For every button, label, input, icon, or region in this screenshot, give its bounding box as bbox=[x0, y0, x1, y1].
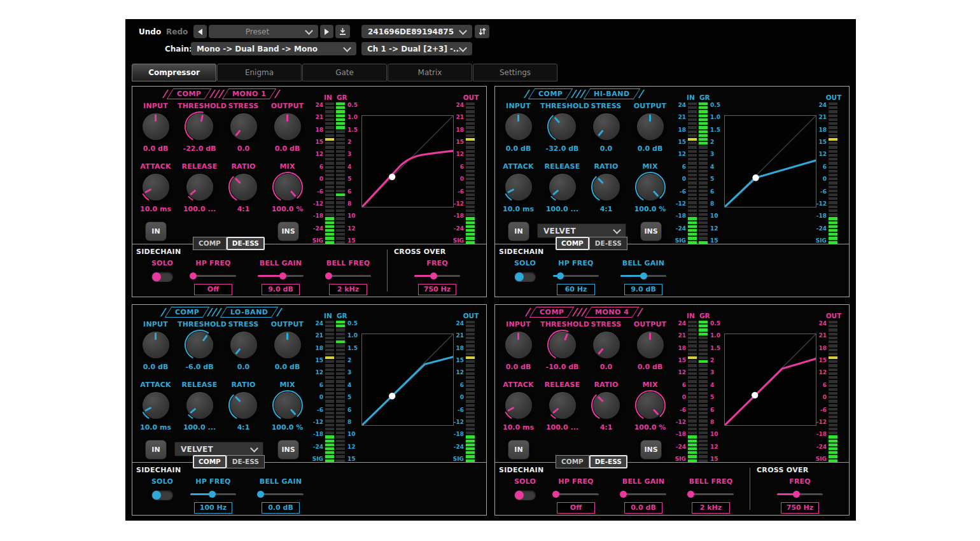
stress-knob[interactable] bbox=[592, 330, 621, 360]
ratio-knob[interactable] bbox=[229, 172, 258, 202]
preset-save-button[interactable] bbox=[335, 25, 350, 38]
attack-knob[interactable] bbox=[141, 172, 171, 202]
preset-prev-button[interactable] bbox=[193, 25, 207, 38]
param-value-box[interactable]: 0.0 dB bbox=[262, 502, 300, 514]
param-value-box[interactable]: 9.0 dB bbox=[624, 284, 662, 295]
transfer-curve-graph[interactable] bbox=[724, 115, 816, 207]
solo-toggle[interactable] bbox=[151, 272, 173, 282]
mix-knob[interactable] bbox=[273, 172, 302, 202]
param-value-box[interactable]: 0.0 dB bbox=[624, 502, 662, 514]
in-button[interactable]: IN bbox=[145, 440, 167, 460]
output-knob[interactable] bbox=[273, 330, 302, 360]
ins-button[interactable]: INS bbox=[277, 221, 299, 241]
threshold-knob[interactable] bbox=[548, 330, 577, 360]
ins-button[interactable]: INS bbox=[640, 440, 662, 460]
param-slider[interactable] bbox=[553, 272, 599, 279]
ab-transfer-button[interactable] bbox=[475, 25, 489, 38]
ins-button[interactable]: INS bbox=[640, 221, 662, 241]
input-knob[interactable] bbox=[504, 112, 533, 141]
in-button[interactable]: IN bbox=[508, 221, 529, 241]
param-slider[interactable] bbox=[258, 491, 304, 498]
param-value-box[interactable]: 60 Hz bbox=[557, 284, 595, 295]
in-button[interactable]: IN bbox=[508, 440, 529, 460]
de-ess-mode-button[interactable]: DE-ESS bbox=[589, 237, 627, 250]
threshold-knob[interactable] bbox=[548, 112, 577, 141]
slider-thumb[interactable] bbox=[557, 272, 564, 279]
attack-knob[interactable] bbox=[504, 391, 533, 420]
param-slider[interactable] bbox=[688, 491, 734, 498]
channel-routing-dropdown[interactable]: Ch 1 -> Dual [2+3] -... bbox=[361, 42, 472, 55]
param-slider[interactable] bbox=[190, 491, 236, 498]
param-value-box[interactable]: Off bbox=[194, 284, 232, 295]
de-ess-mode-button[interactable]: DE-ESS bbox=[589, 455, 627, 468]
tab-settings[interactable]: Settings bbox=[473, 64, 557, 81]
param-slider[interactable] bbox=[258, 272, 304, 279]
slider-thumb[interactable] bbox=[430, 272, 437, 279]
release-knob[interactable] bbox=[548, 391, 577, 420]
ratio-knob[interactable] bbox=[592, 172, 621, 202]
tab-enigma[interactable]: Enigma bbox=[217, 64, 302, 81]
input-knob[interactable] bbox=[141, 330, 171, 360]
param-slider[interactable] bbox=[620, 491, 666, 498]
stress-knob[interactable] bbox=[592, 112, 621, 141]
ratio-knob[interactable] bbox=[592, 391, 621, 420]
param-value-box[interactable]: Off bbox=[557, 502, 595, 514]
release-knob[interactable] bbox=[185, 172, 214, 202]
undo-button[interactable]: Undo bbox=[139, 27, 161, 36]
param-value-box[interactable]: 2 kHz bbox=[692, 502, 730, 514]
de-ess-mode-button[interactable]: DE-ESS bbox=[227, 455, 265, 468]
comp-mode-button[interactable]: COMP bbox=[556, 455, 589, 468]
param-value-box[interactable]: 2 kHz bbox=[329, 284, 367, 295]
output-knob[interactable] bbox=[636, 330, 665, 360]
slider-thumb[interactable] bbox=[257, 491, 264, 498]
ratio-knob[interactable] bbox=[229, 391, 258, 420]
param-slider[interactable] bbox=[777, 491, 823, 498]
de-ess-mode-button[interactable]: DE-ESS bbox=[227, 237, 265, 250]
comp-mode-button[interactable]: COMP bbox=[193, 237, 227, 250]
attack-knob[interactable] bbox=[141, 391, 171, 420]
solo-toggle[interactable] bbox=[514, 272, 536, 282]
param-value-box[interactable]: 9.0 dB bbox=[262, 284, 300, 295]
slider-thumb[interactable] bbox=[279, 272, 286, 279]
solo-toggle[interactable] bbox=[151, 490, 173, 500]
mix-knob[interactable] bbox=[636, 391, 665, 420]
preset-next-button[interactable] bbox=[320, 25, 333, 38]
mix-knob[interactable] bbox=[273, 391, 302, 420]
mix-knob[interactable] bbox=[636, 172, 665, 202]
ins-button[interactable]: INS bbox=[277, 440, 299, 460]
slider-thumb[interactable] bbox=[209, 491, 216, 498]
output-knob[interactable] bbox=[636, 112, 665, 141]
slider-thumb[interactable] bbox=[687, 491, 694, 498]
stress-knob[interactable] bbox=[229, 330, 258, 360]
param-slider[interactable] bbox=[553, 491, 599, 498]
slider-thumb[interactable] bbox=[620, 491, 627, 498]
solo-toggle[interactable] bbox=[514, 490, 536, 500]
release-knob[interactable] bbox=[548, 172, 577, 202]
release-knob[interactable] bbox=[185, 391, 214, 420]
transfer-curve-graph[interactable] bbox=[361, 334, 454, 426]
transfer-curve-graph[interactable] bbox=[361, 115, 454, 207]
tab-compressor[interactable]: Compressor bbox=[132, 64, 216, 81]
input-knob[interactable] bbox=[141, 112, 171, 141]
output-knob[interactable] bbox=[273, 112, 302, 141]
tab-matrix[interactable]: Matrix bbox=[388, 64, 472, 81]
session-id-dropdown[interactable]: 241696DE89194875 bbox=[361, 25, 472, 38]
slider-thumb[interactable] bbox=[552, 491, 559, 498]
input-knob[interactable] bbox=[504, 330, 533, 360]
slider-thumb[interactable] bbox=[190, 272, 197, 279]
slider-thumb[interactable] bbox=[793, 491, 800, 498]
transfer-curve-graph[interactable] bbox=[724, 334, 816, 426]
slider-thumb[interactable] bbox=[640, 272, 647, 279]
tab-gate[interactable]: Gate bbox=[302, 64, 387, 81]
param-slider[interactable] bbox=[190, 272, 236, 279]
param-value-box[interactable]: 100 Hz bbox=[194, 502, 232, 514]
comp-mode-button[interactable]: COMP bbox=[556, 237, 589, 250]
param-slider[interactable] bbox=[620, 272, 666, 279]
in-button[interactable]: IN bbox=[145, 221, 167, 241]
velvet-dropdown[interactable]: VELVET bbox=[174, 442, 263, 456]
attack-knob[interactable] bbox=[504, 172, 533, 202]
comp-mode-button[interactable]: COMP bbox=[193, 455, 227, 468]
threshold-knob[interactable] bbox=[185, 112, 214, 141]
stress-knob[interactable] bbox=[229, 112, 258, 141]
redo-button[interactable]: Redo bbox=[166, 27, 188, 36]
